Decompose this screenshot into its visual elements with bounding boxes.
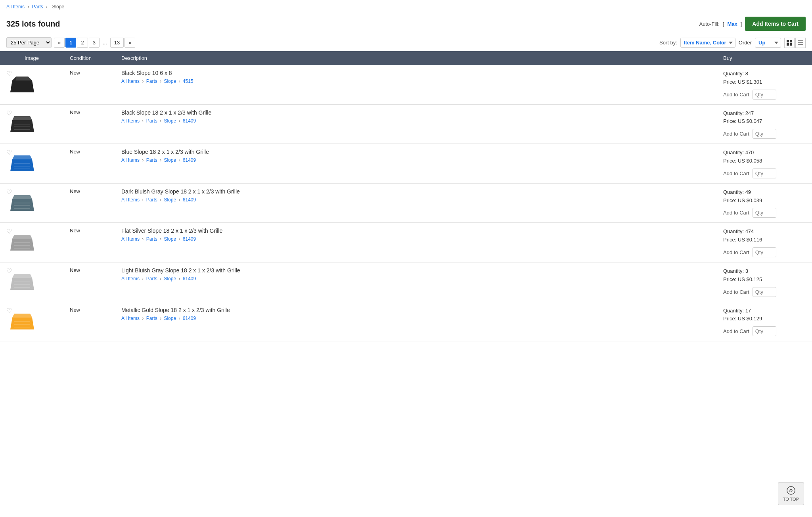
autofill-close: ] [741,21,742,27]
list-view-button[interactable] [795,38,806,48]
item-breadcrumb-slope[interactable]: Slope [164,236,176,242]
quantity-input[interactable] [753,208,776,218]
svg-rect-4 [798,40,803,41]
item-breadcrumb-slope[interactable]: Slope [164,197,176,203]
item-breadcrumb: All Items › Parts › Slope › 61409 [121,236,710,242]
wishlist-icon[interactable]: ♡ [6,70,12,77]
item-condition: New [63,183,115,223]
item-breadcrumb-parts[interactable]: Parts [146,118,157,124]
table-row: ♡ New Light Bluish Gray Slope 18 2 x 1 x… [0,262,812,302]
item-number-link[interactable]: 4515 [183,79,193,84]
autofill-max-link[interactable]: Max [727,21,737,27]
item-number-link[interactable]: 61409 [183,197,196,203]
svg-rect-0 [787,40,789,42]
order-select[interactable]: Up Down [755,38,781,48]
svg-marker-21 [12,195,32,199]
col-header-condition: Condition [63,51,115,65]
item-breadcrumb-parts[interactable]: Parts [146,197,157,203]
item-breadcrumb-parts[interactable]: Parts [146,79,157,84]
item-breadcrumb-all-items[interactable]: All Items [121,79,140,84]
quantity-input[interactable] [753,326,776,336]
add-to-cart-row: Add to Cart [723,287,806,297]
svg-marker-26 [12,235,32,239]
pagination-page-1[interactable]: 1 [65,38,76,48]
svg-rect-3 [790,43,792,46]
buy-info: Quantity: 17 Price: US $0.129 [723,307,806,324]
item-quantity: Quantity: 8 [723,70,806,78]
wishlist-icon[interactable]: ♡ [6,267,12,275]
items-table: Image Condition Description Buy ♡ New [0,51,812,341]
add-to-cart-label: Add to Cart [723,170,749,176]
quantity-input[interactable] [753,169,776,178]
grid-view-button[interactable] [784,38,795,48]
quantity-input[interactable] [753,129,776,139]
wishlist-icon[interactable]: ♡ [6,149,12,156]
item-breadcrumb-parts[interactable]: Parts [146,276,157,281]
item-image-cell: ♡ [0,144,63,184]
sep1: › [142,316,145,321]
item-breadcrumb: All Items › Parts › Slope › 61409 [121,157,710,163]
item-breadcrumb-slope[interactable]: Slope [164,316,176,321]
pagination-page-13[interactable]: 13 [110,38,124,48]
sep3: › [178,118,181,124]
wishlist-icon[interactable]: ♡ [6,228,12,235]
item-breadcrumb-all-items[interactable]: All Items [121,157,140,163]
item-breadcrumb-slope[interactable]: Slope [164,157,176,163]
item-buy-cell: Quantity: 3 Price: US $0.125 Add to Cart [717,262,812,302]
pagination-next[interactable]: » [124,38,135,48]
item-price: Price: US $0.116 [723,236,806,244]
svg-marker-10 [10,120,34,132]
item-breadcrumb-parts[interactable]: Parts [146,157,157,163]
breadcrumb-sep-2: › [46,4,49,10]
breadcrumb-parts[interactable]: Parts [32,4,43,10]
item-breadcrumb-parts[interactable]: Parts [146,316,157,321]
add-to-cart-row: Add to Cart [723,247,806,257]
svg-marker-16 [12,155,32,159]
item-number-link[interactable]: 61409 [183,276,196,281]
svg-rect-1 [790,40,792,42]
item-breadcrumb-all-items[interactable]: All Items [121,118,140,124]
item-breadcrumb-all-items[interactable]: All Items [121,316,140,321]
breadcrumb-all-items[interactable]: All Items [6,4,25,10]
table-row: ♡ New Black Slope 10 6 x 8 All Items › P… [0,65,812,104]
pagination-page-3[interactable]: 3 [89,38,100,48]
quantity-input[interactable] [753,90,776,100]
item-number-link[interactable]: 61409 [183,118,196,124]
item-title: Metallic Gold Slope 18 2 x 1 x 2/3 with … [121,307,710,313]
item-breadcrumb-all-items[interactable]: All Items [121,276,140,281]
item-number-link[interactable]: 61409 [183,316,196,321]
page-title: 325 lots found [6,19,60,29]
autofill-label: Auto-Fill: [699,21,719,27]
item-price: Price: US $0.058 [723,157,806,165]
add-items-to-cart-button[interactable]: Add Items to Cart [745,17,806,31]
item-breadcrumb: All Items › Parts › Slope › 4515 [121,79,710,84]
sep1: › [142,197,145,203]
wishlist-icon[interactable]: ♡ [6,307,12,314]
per-page-select[interactable]: 10 Per Page 25 Per Page 50 Per Page 100 … [6,37,52,48]
item-condition: New [63,302,115,341]
table-row: ♡ New Flat Silver Slope 18 2 x 1 x 2/3 w… [0,223,812,262]
add-to-cart-label: Add to Cart [723,131,749,137]
quantity-input[interactable] [753,287,776,297]
item-breadcrumb: All Items › Parts › Slope › 61409 [121,118,710,124]
item-description: Black Slope 10 6 x 8 All Items › Parts ›… [115,65,717,104]
wishlist-icon[interactable]: ♡ [6,109,12,117]
item-breadcrumb-parts[interactable]: Parts [146,236,157,242]
item-number-link[interactable]: 61409 [183,236,196,242]
item-breadcrumb-all-items[interactable]: All Items [121,236,140,242]
table-row: ♡ New Dark Bluish Gray Slope 18 2 x 1 x … [0,183,812,223]
item-quantity: Quantity: 17 [723,307,806,315]
item-number-link[interactable]: 61409 [183,157,196,163]
item-breadcrumb-slope[interactable]: Slope [164,118,176,124]
pagination-page-2[interactable]: 2 [77,38,88,48]
sort-select[interactable]: Item Name, Color Price Quantity Item Num… [680,38,735,48]
items-table-wrapper: Image Condition Description Buy ♡ New [0,51,812,341]
quantity-input[interactable] [753,247,776,257]
item-breadcrumb-slope[interactable]: Slope [164,79,176,84]
item-breadcrumb-all-items[interactable]: All Items [121,197,140,203]
svg-rect-5 [798,42,803,43]
wishlist-icon[interactable]: ♡ [6,188,12,196]
pagination-prev[interactable]: « [54,38,65,48]
item-breadcrumb-slope[interactable]: Slope [164,276,176,281]
svg-rect-6 [798,44,803,45]
